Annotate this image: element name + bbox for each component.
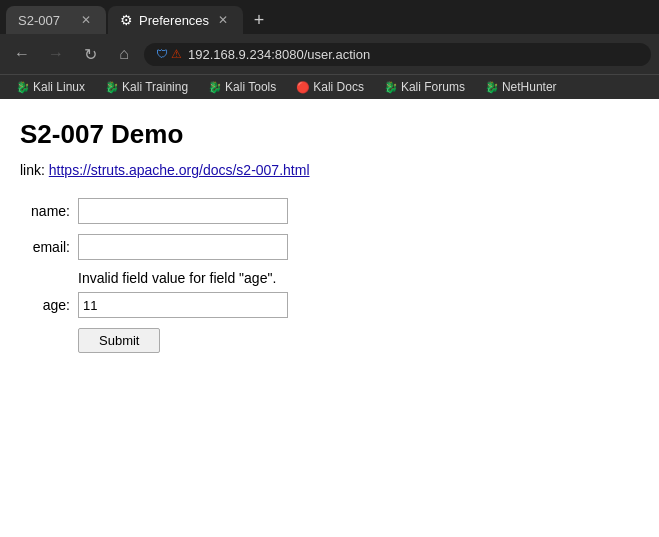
docs-link[interactable]: https://struts.apache.org/docs/s2-007.ht…	[49, 162, 310, 178]
age-input[interactable]	[78, 292, 288, 318]
browser-window: S2-007 ✕ ⚙ Preferences ✕ + ← → ↻ ⌂ 🛡 ⚠ 1…	[0, 0, 659, 519]
tab-bar: S2-007 ✕ ⚙ Preferences ✕ +	[0, 0, 659, 34]
back-icon: ←	[14, 45, 30, 63]
bookmark-kali-forums[interactable]: 🐉 Kali Forums	[376, 78, 473, 96]
submit-button[interactable]: Submit	[78, 328, 160, 353]
email-row: email:	[20, 234, 639, 260]
form: name: email: Invalid field value for fie…	[20, 198, 639, 353]
bookmark-kali-tools-label: Kali Tools	[225, 80, 276, 94]
gear-icon: ⚙	[120, 12, 133, 28]
home-icon: ⌂	[119, 45, 129, 63]
shield-icon: 🛡	[156, 47, 168, 61]
name-input[interactable]	[78, 198, 288, 224]
kali-forums-icon: 🐉	[384, 81, 398, 94]
bookmark-kali-linux-label: Kali Linux	[33, 80, 85, 94]
forward-button[interactable]: →	[42, 40, 70, 68]
tab-s2007[interactable]: S2-007 ✕	[6, 6, 106, 34]
new-tab-button[interactable]: +	[245, 6, 273, 34]
address-text: 192.168.9.234:8080/user.action	[188, 47, 370, 62]
age-label: age:	[20, 297, 70, 313]
name-row: name:	[20, 198, 639, 224]
email-label: email:	[20, 239, 70, 255]
forward-icon: →	[48, 45, 64, 63]
email-input[interactable]	[78, 234, 288, 260]
tab-preferences-label: Preferences	[139, 13, 209, 28]
back-button[interactable]: ←	[8, 40, 36, 68]
bookmark-kali-training[interactable]: 🐉 Kali Training	[97, 78, 196, 96]
security-icons: 🛡 ⚠	[156, 47, 182, 61]
bookmark-kali-docs[interactable]: 🔴 Kali Docs	[288, 78, 372, 96]
bookmark-kali-tools[interactable]: 🐉 Kali Tools	[200, 78, 284, 96]
tab-s2007-close[interactable]: ✕	[78, 12, 94, 28]
bookmark-nethunter-label: NetHunter	[502, 80, 557, 94]
kali-docs-icon: 🔴	[296, 81, 310, 94]
kali-tools-icon: 🐉	[208, 81, 222, 94]
name-label: name:	[20, 203, 70, 219]
bookmarks-bar: 🐉 Kali Linux 🐉 Kali Training 🐉 Kali Tool…	[0, 74, 659, 99]
link-prefix: link:	[20, 162, 45, 178]
age-row: age:	[20, 292, 639, 318]
warn-icon: ⚠	[171, 47, 182, 61]
reload-button[interactable]: ↻	[76, 40, 104, 68]
tab-s2007-label: S2-007	[18, 13, 60, 28]
error-message: Invalid field value for field "age".	[78, 270, 639, 286]
page-content: S2-007 Demo link: https://struts.apache.…	[0, 99, 659, 519]
address-bar[interactable]: 🛡 ⚠ 192.168.9.234:8080/user.action	[144, 43, 651, 66]
toolbar: ← → ↻ ⌂ 🛡 ⚠ 192.168.9.234:8080/user.acti…	[0, 34, 659, 74]
kali-linux-icon: 🐉	[16, 81, 30, 94]
link-line: link: https://struts.apache.org/docs/s2-…	[20, 162, 639, 178]
page-title: S2-007 Demo	[20, 119, 639, 150]
bookmark-kali-training-label: Kali Training	[122, 80, 188, 94]
bookmark-kali-forums-label: Kali Forums	[401, 80, 465, 94]
tab-preferences[interactable]: ⚙ Preferences ✕	[108, 6, 243, 34]
reload-icon: ↻	[84, 45, 97, 64]
bookmark-kali-linux[interactable]: 🐉 Kali Linux	[8, 78, 93, 96]
bookmark-kali-docs-label: Kali Docs	[313, 80, 364, 94]
tab-preferences-close[interactable]: ✕	[215, 12, 231, 28]
kali-training-icon: 🐉	[105, 81, 119, 94]
home-button[interactable]: ⌂	[110, 40, 138, 68]
bookmark-nethunter[interactable]: 🐉 NetHunter	[477, 78, 565, 96]
nethunter-icon: 🐉	[485, 81, 499, 94]
